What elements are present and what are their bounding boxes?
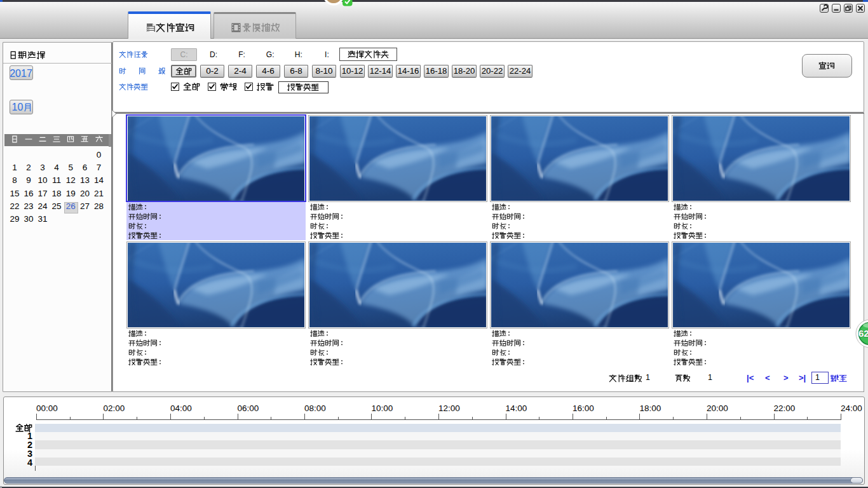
svg-text:62: 62 xyxy=(858,328,868,339)
